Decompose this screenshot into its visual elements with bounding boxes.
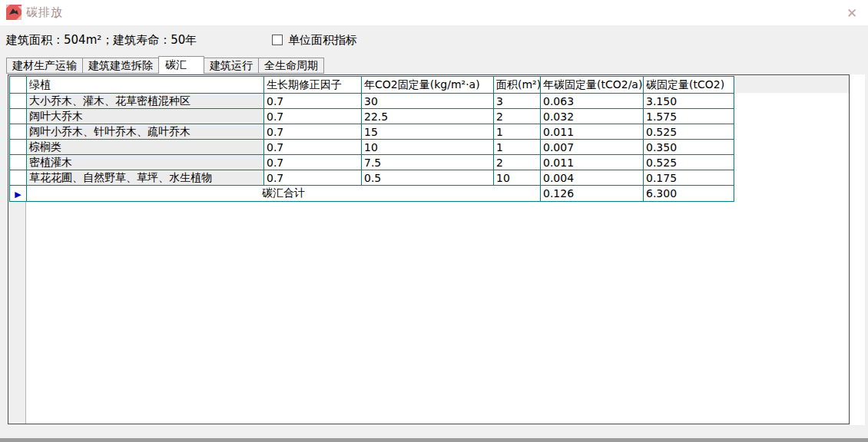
column-header-4: 年碳固定量(tCO2/a)	[541, 77, 644, 94]
cell-plant-name[interactable]: 阔叶小乔木、针叶乔木、疏叶乔木	[27, 124, 264, 140]
cell-plant-name[interactable]: 密植灌木	[27, 155, 264, 170]
cell-value[interactable]: 0.7	[264, 140, 362, 155]
table-row[interactable]: 密植灌木0.77.520.0110.525	[10, 155, 734, 170]
cell-plant-name[interactable]: 草花花圃、自然野草、草坪、水生植物	[27, 170, 264, 186]
tab-strip: 建材生产运输 建筑建造拆除 碳汇 建筑运行 全生命周期	[6, 56, 323, 74]
cell-value[interactable]: 0.7	[264, 109, 362, 124]
window-title: 碳排放	[26, 0, 63, 25]
carbon-sink-panel: 绿植生长期修正因子年CO2固定量(kg/m²·a)面积(m²)年碳固定量(tCO…	[8, 74, 850, 424]
app-logo-icon	[6, 5, 22, 20]
cell-plant-name[interactable]: 阔叶大乔木	[27, 109, 264, 124]
tab-full-lifecycle[interactable]: 全生命周期	[258, 58, 324, 74]
column-header-3: 面积(m²)	[494, 77, 541, 94]
row-indicator-cell	[10, 155, 27, 170]
cell-value[interactable]: 0.007	[541, 140, 644, 155]
row-indicator-cell	[10, 140, 27, 155]
cell-total-amount[interactable]: 6.300	[644, 186, 734, 202]
table-row[interactable]: 棕榈类0.71010.0070.350	[10, 140, 734, 155]
cell-value[interactable]: 0.175	[644, 170, 734, 186]
tab-building-operation[interactable]: 建筑运行	[204, 58, 259, 74]
cell-value[interactable]: 0.7	[264, 155, 362, 170]
column-header-2: 年CO2固定量(kg/m²·a)	[362, 77, 494, 94]
cell-value[interactable]: 0.011	[541, 124, 644, 140]
cell-value[interactable]: 0.7	[264, 94, 362, 109]
cell-value[interactable]: 30	[362, 94, 494, 109]
cell-value[interactable]: 0.004	[541, 170, 644, 186]
carbon-emission-window: 碳排放 ✕ 建筑面积：504m²；建筑寿命：50年 单位面积指标 建材生产运输 …	[0, 0, 868, 442]
row-indicator-cell: ▶	[10, 186, 27, 202]
cell-total-annual[interactable]: 0.126	[541, 186, 644, 202]
row-indicator-header	[10, 77, 27, 94]
cell-plant-name[interactable]: 大小乔木、灌木、花草密植混种区	[27, 94, 264, 109]
table-row[interactable]: 阔叶大乔木0.722.520.0321.575	[10, 109, 734, 124]
table-row[interactable]: 阔叶小乔木、针叶乔木、疏叶乔木0.71510.0110.525	[10, 124, 734, 140]
table-row[interactable]: 草花花圃、自然野草、草坪、水生植物0.70.5100.0040.175	[10, 170, 734, 186]
current-row-icon: ▶	[15, 190, 21, 200]
column-header-5: 碳固定量(tCO2)	[644, 77, 734, 94]
cell-value[interactable]: 1.575	[644, 109, 734, 124]
cell-value[interactable]: 2	[494, 109, 541, 124]
cell-value[interactable]: 10	[362, 140, 494, 155]
vertical-scrollbar-track[interactable]	[850, 74, 865, 425]
cell-value[interactable]: 0.7	[264, 170, 362, 186]
cell-value[interactable]: 0.7	[264, 124, 362, 140]
header-filler-band	[734, 75, 849, 93]
row-indicator-cell	[10, 94, 27, 109]
carbon-sink-table: 绿植生长期修正因子年CO2固定量(kg/m²·a)面积(m²)年碳固定量(tCO…	[9, 76, 734, 202]
cell-plant-name[interactable]: 棕榈类	[27, 140, 264, 155]
total-row[interactable]: ▶碳汇合计0.1266.300	[10, 186, 734, 202]
row-indicator-cell	[10, 124, 27, 140]
cell-value[interactable]: 0.525	[644, 124, 734, 140]
row-indicator-cell	[10, 109, 27, 124]
cell-total-label: 碳汇合计	[27, 186, 541, 202]
cell-value[interactable]: 0.011	[541, 155, 644, 170]
cell-value[interactable]: 7.5	[362, 155, 494, 170]
column-header-1: 生长期修正因子	[264, 77, 362, 94]
cell-value[interactable]: 0.350	[644, 140, 734, 155]
tab-carbon-sink[interactable]: 碳汇	[158, 56, 204, 74]
unit-area-checkbox[interactable]	[272, 35, 283, 45]
cell-value[interactable]: 22.5	[362, 109, 494, 124]
cell-value[interactable]: 0.032	[541, 109, 644, 124]
cell-value[interactable]: 0.525	[644, 155, 734, 170]
table-row[interactable]: 大小乔木、灌木、花草密植混种区0.73030.0633.150	[10, 94, 734, 109]
cell-value[interactable]: 15	[362, 124, 494, 140]
cell-value[interactable]: 1	[494, 124, 541, 140]
tab-material-production[interactable]: 建材生产运输	[6, 58, 83, 74]
close-icon[interactable]: ✕	[842, 3, 862, 23]
cell-value[interactable]: 2	[494, 155, 541, 170]
row-indicator-cell	[10, 170, 27, 186]
column-header-0: 绿植	[27, 77, 264, 94]
cell-value[interactable]: 3	[494, 94, 541, 109]
cell-value[interactable]: 3.150	[644, 94, 734, 109]
cell-value[interactable]: 0.063	[541, 94, 644, 109]
cell-value[interactable]: 10	[494, 170, 541, 186]
titlebar: 碳排放 ✕	[0, 0, 868, 25]
building-info-label: 建筑面积：504m²；建筑寿命：50年	[6, 33, 197, 48]
unit-area-checkbox-label[interactable]: 单位面积指标	[288, 33, 357, 48]
cell-value[interactable]: 1	[494, 140, 541, 155]
window-bottom-edge	[0, 438, 868, 442]
cell-value[interactable]: 0.5	[362, 170, 494, 186]
tab-construction-demolition[interactable]: 建筑建造拆除	[82, 58, 159, 74]
